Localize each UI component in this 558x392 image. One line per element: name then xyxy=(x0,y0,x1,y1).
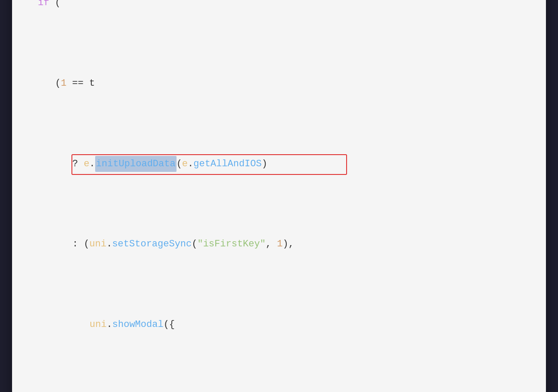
code-line-10: ? e.initUploadData(e.getAllAndIOS) xyxy=(21,156,533,172)
code-line-11: : (uni.setStorageSync("isFirstKey", 1), xyxy=(21,236,533,252)
code-line-8: if ( xyxy=(21,0,533,11)
code-content: doContract: function () { _ = uni.getSto… xyxy=(12,0,546,392)
code-editor: doContract: function () { _ = uni.getSto… xyxy=(12,0,546,392)
code-line-9: (1 == t xyxy=(21,75,533,91)
highlighted-method: initUploadData xyxy=(95,156,177,172)
code-line-12: uni.showModal({ xyxy=(21,317,533,333)
